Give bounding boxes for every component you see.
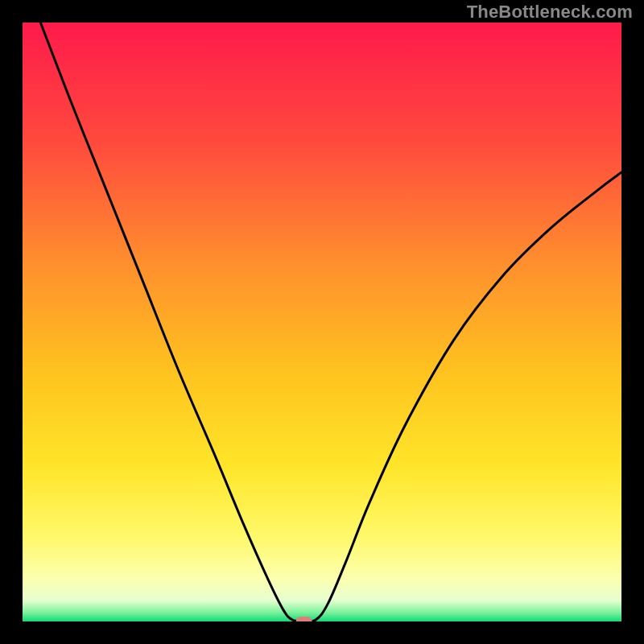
plot-svg <box>23 23 621 621</box>
plot-area <box>23 23 621 621</box>
watermark-text: TheBottleneck.com <box>467 2 633 23</box>
gradient-background <box>23 23 621 621</box>
min-marker <box>296 617 312 621</box>
chart-frame: TheBottleneck.com <box>0 0 644 644</box>
